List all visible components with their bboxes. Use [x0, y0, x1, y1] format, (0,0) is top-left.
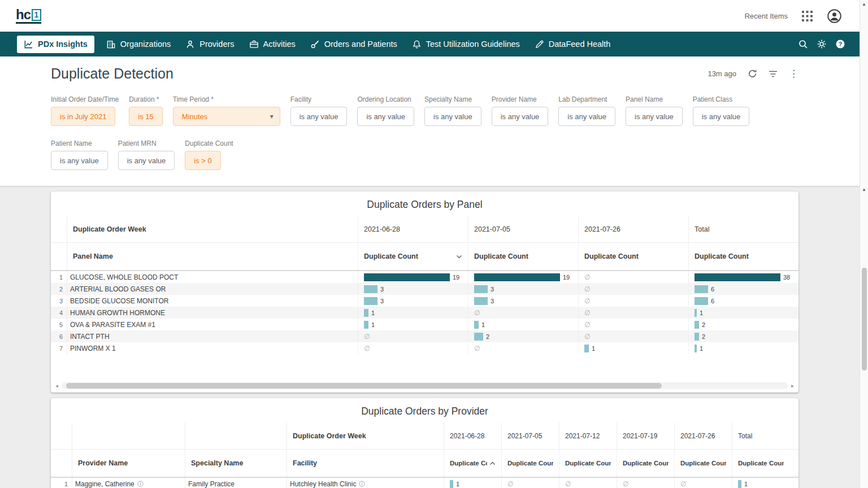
filter-label: Patient MRN	[118, 140, 175, 147]
panel-table-row[interactable]: 2ARTERIAL BLOOD GASES OR33∅6	[51, 283, 798, 295]
nav-item-datafeed-health[interactable]: DataFeed Health	[527, 32, 618, 56]
nav-item-label: Organizations	[120, 40, 171, 49]
filter-group: Patient MRNis any value	[118, 140, 175, 170]
filter-value: is any value	[635, 112, 674, 121]
horizontal-scrollbar[interactable]: ◂ ▸	[51, 381, 798, 390]
filter-chip[interactable]: is any value	[357, 107, 414, 126]
gear-icon[interactable]	[817, 39, 827, 49]
bar-value: 2	[702, 321, 705, 328]
column-header-duplicate-count[interactable]: Duplicate Count	[444, 450, 501, 477]
column-header-label: Duplicate Count	[364, 252, 418, 260]
filter-value: is any value	[501, 112, 540, 121]
card-spacer	[51, 354, 798, 381]
column-header-duplicate-count[interactable]: Duplicate Count	[674, 450, 732, 477]
group-header: Duplicate Order Week	[287, 422, 444, 449]
bar-cell: 38	[688, 271, 798, 283]
recent-items-link[interactable]: Recent Items	[744, 12, 788, 20]
nav-item-label: Orders and Patients	[324, 40, 397, 49]
filter-chip[interactable]: is any value	[492, 107, 549, 126]
panel-name-cell-text: PINWORM X 1	[70, 345, 116, 352]
panel-table-row[interactable]: 6INTACT PTH∅2∅2	[51, 330, 798, 342]
filter-chip[interactable]: is any value	[424, 107, 481, 126]
scroll-right-arrow[interactable]: ▸	[789, 383, 796, 389]
panel-table-row[interactable]: 3BEDSIDE GLUCOSE MONITOR33∅6	[51, 295, 798, 307]
scrollbar-track[interactable]	[62, 382, 788, 389]
value-bar	[738, 480, 741, 488]
filter-chip[interactable]: is any value	[118, 151, 175, 170]
nav-item-pdx-insights[interactable]: PDx Insights	[17, 36, 94, 53]
column-header-duplicate-count[interactable]: Duplicate Count	[501, 450, 559, 477]
nav-item-organizations[interactable]: Organizations	[99, 32, 178, 56]
week-column-label: 2021-06-28	[444, 422, 501, 449]
column-header-duplicate-count[interactable]: Duplicate Count	[358, 243, 468, 270]
column-header-label: Duplicate Count	[565, 460, 611, 467]
filter-label: Provider Name	[492, 95, 549, 103]
help-icon[interactable]: ?	[835, 39, 845, 49]
nav-item-label: DataFeed Health	[549, 40, 611, 49]
column-header-duplicate-count[interactable]: Duplicate Count	[732, 450, 789, 477]
column-header-duplicate-count[interactable]: Duplicate Count	[578, 243, 688, 270]
spacer-cell	[789, 478, 798, 488]
filter-chip[interactable]: is any value	[290, 107, 348, 126]
panel-table-row[interactable]: 7PINWORM X 1∅∅11	[51, 342, 798, 354]
vertical-scrollbar[interactable]: ▲ ▲	[860, 0, 868, 488]
provider-name-cell-text: Maggine, Catherine	[75, 480, 134, 488]
bar-value: 3	[491, 298, 494, 304]
nav-item-providers[interactable]: Providers	[178, 32, 241, 56]
provider-table-row[interactable]: 1Maggine, CatherineFamily PracticeHutchl…	[51, 478, 798, 488]
dimension-header: Specialty Name	[185, 450, 287, 477]
panel-table-row[interactable]: 1GLUCOSE, WHOLE BLOOD POCT1919∅38	[51, 271, 798, 283]
filter-value: is any value	[567, 112, 606, 121]
filter-chip[interactable]: is any value	[51, 151, 108, 170]
filter-chip[interactable]: is > 0	[185, 151, 220, 170]
user-avatar-icon[interactable]	[827, 8, 842, 24]
scrollbar-thumb[interactable]	[862, 268, 867, 371]
filter-chip[interactable]: is in July 2021	[51, 107, 115, 126]
bar-value: 1	[592, 345, 595, 352]
panel-table-row[interactable]: 4HUMAN GROWTH HORMONE1∅∅1	[51, 307, 798, 319]
bar-value: 1	[700, 310, 703, 316]
bar-value: 19	[453, 274, 459, 281]
week-column-label: Total	[732, 422, 789, 449]
value-bar	[474, 321, 479, 329]
column-header-duplicate-count[interactable]: Duplicate Count	[559, 450, 617, 477]
bar-cell: 2	[688, 330, 798, 342]
refresh-icon[interactable]	[748, 69, 757, 79]
search-icon[interactable]	[798, 39, 808, 49]
bar-cell: 1	[358, 307, 468, 319]
scroll-left-arrow[interactable]: ◂	[53, 383, 60, 389]
inner-scroll-up-arrow[interactable]: ▲	[860, 187, 868, 192]
column-header-duplicate-count[interactable]: Duplicate Count	[617, 450, 674, 477]
filter-list-icon[interactable]	[769, 70, 778, 78]
bar-value: 38	[783, 274, 790, 281]
duplicate-orders-by-provider-card: Duplicate Orders by Provider Duplicate O…	[51, 398, 798, 488]
nav-item-activities[interactable]: Activities	[242, 32, 303, 56]
facility-cell: Hutchley Health Clinic	[287, 478, 444, 488]
row-dimension-header: Panel Name	[67, 243, 358, 270]
week-column-label: 2021-07-19	[617, 422, 674, 449]
null-value-cell: ∅	[468, 307, 578, 319]
scrollbar-thumb[interactable]	[66, 383, 662, 389]
column-header-duplicate-count[interactable]: Duplicate Count	[468, 243, 578, 270]
nav-item-test-utilization-guidelines[interactable]: Test Utilization Guidelines	[405, 32, 527, 56]
filter-chip[interactable]: Minutes▾	[173, 107, 280, 126]
sort-asc-icon	[489, 461, 496, 465]
duplicate-orders-by-panel-card: Duplicate Orders by Panel Duplicate Orde…	[51, 191, 798, 393]
nav-item-orders-and-patients[interactable]: Orders and Patients	[303, 32, 405, 56]
filter-chip[interactable]: is 15	[129, 107, 162, 126]
hc1-logo[interactable]: hc 1	[16, 8, 41, 24]
null-value-cell: ∅	[617, 478, 674, 488]
row-number: 3	[51, 295, 67, 307]
null-value-cell: ∅	[578, 283, 688, 295]
panel-name-cell: INTACT PTH	[67, 330, 358, 342]
more-options-icon[interactable]: ⋮	[789, 69, 798, 79]
panel-table-row[interactable]: 5OVA & PARASITE EXAM #111∅2	[51, 319, 798, 330]
null-value-cell: ∅	[578, 307, 688, 319]
filter-chip[interactable]: is any value	[626, 107, 683, 126]
column-header-duplicate-count[interactable]: Duplicate Count	[688, 243, 798, 270]
filter-chip[interactable]: is any value	[693, 107, 750, 126]
scroll-up-arrow[interactable]: ▲	[860, 2, 868, 7]
apps-grid-icon[interactable]	[801, 10, 813, 22]
filter-chip[interactable]: is any value	[558, 107, 615, 126]
provider-name-cell: Maggine, Catherine	[72, 478, 185, 488]
